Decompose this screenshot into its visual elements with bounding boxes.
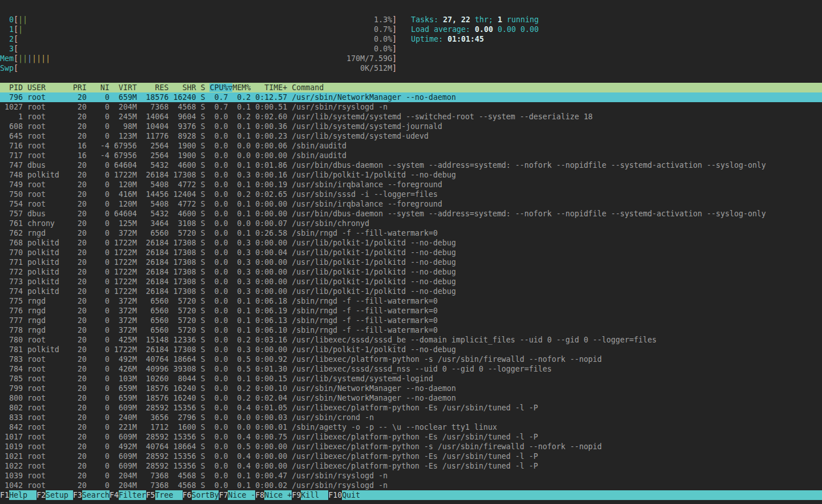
process-row[interactable]: 754 root 20 0 120M 5408 4772 S 0.0 0.1 0… bbox=[0, 199, 822, 209]
mem-cell: 0.1 bbox=[228, 200, 251, 208]
process-row[interactable]: 773 polkitd 20 0 1722M 26184 17308 S 0.0… bbox=[0, 277, 822, 287]
mem-cell: 0.1 bbox=[228, 316, 251, 325]
process-row[interactable]: 778 rngd 20 0 372M 6560 5720 S 0.0 0.1 0… bbox=[0, 325, 822, 335]
process-row[interactable]: 748 polkitd 20 0 1722M 26184 17308 S 0.0… bbox=[0, 170, 822, 180]
process-row[interactable]: 645 root 20 0 123M 11776 8928 S 0.0 0.1 … bbox=[0, 131, 822, 141]
res-cell: 11776 bbox=[137, 132, 169, 140]
process-row[interactable]: 1019 root 20 0 492M 40764 18664 S 0.0 0.… bbox=[0, 442, 822, 451]
process-row[interactable]: 757 dbus 20 0 64604 5432 4600 S 0.0 0.1 … bbox=[0, 209, 822, 219]
process-row[interactable]: 833 root 20 0 240M 3656 2796 S 0.0 0.0 0… bbox=[0, 413, 822, 422]
process-row[interactable]: 774 polkitd 20 0 1722M 26184 17308 S 0.0… bbox=[0, 287, 822, 296]
process-row[interactable]: 802 root 20 0 609M 28592 15356 S 0.0 0.4… bbox=[0, 403, 822, 413]
column-header-pid[interactable]: PID bbox=[0, 83, 23, 92]
state-cell: S bbox=[196, 151, 205, 160]
fn-key-label: F9 bbox=[292, 490, 301, 500]
process-row[interactable]: 776 rngd 20 0 372M 6560 5720 S 0.0 0.1 0… bbox=[0, 306, 822, 316]
res-cell: 2564 bbox=[137, 151, 169, 160]
fn-button-f4[interactable]: F4Filter bbox=[110, 490, 146, 500]
column-header-s[interactable]: S bbox=[196, 83, 205, 92]
process-row[interactable]: 750 root 20 0 416M 14456 12404 S 0.0 0.2… bbox=[0, 189, 822, 199]
column-header-user[interactable]: USER bbox=[27, 83, 73, 92]
column-header-virt[interactable]: VIRT bbox=[110, 83, 137, 92]
fn-key-label: F1 bbox=[0, 490, 9, 500]
pri-cell: 20 bbox=[73, 442, 87, 451]
fn-button-f8[interactable]: F8Nice + bbox=[255, 490, 292, 500]
process-row[interactable]: 800 root 20 0 659M 18576 16240 S 0.0 0.2… bbox=[0, 393, 822, 403]
time-cell: 0:00.00 bbox=[251, 277, 287, 286]
nice-cell: 0 bbox=[87, 229, 110, 237]
command-cell: /usr/libexec/platform-python -s /usr/sbi… bbox=[292, 355, 602, 364]
column-header-shr[interactable]: SHR bbox=[169, 83, 196, 92]
process-row[interactable]: 772 polkitd 20 0 1722M 26184 17308 S 0.0… bbox=[0, 267, 822, 277]
process-row[interactable]: 781 polkitd 20 0 1722M 26184 17308 S 0.0… bbox=[0, 345, 822, 354]
time-cell: 0:00.00 bbox=[251, 462, 287, 470]
fn-button-f10[interactable]: F10Quit bbox=[328, 490, 369, 500]
state-cell: S bbox=[196, 277, 205, 286]
time-cell: 0:00.01 bbox=[251, 423, 287, 432]
process-row-selected[interactable]: 796 root 20 0 659M 18576 16240 S 0.7 0.2… bbox=[0, 92, 822, 102]
fn-button-f9[interactable]: F9Kill bbox=[292, 490, 328, 500]
process-row[interactable]: 1022 root 20 0 609M 28592 15356 S 0.0 0.… bbox=[0, 461, 822, 471]
fn-button-f1[interactable]: F1Help bbox=[0, 490, 37, 500]
user-cell: root bbox=[27, 481, 73, 490]
column-header-cpu-sorted[interactable]: CPU%▽ bbox=[209, 83, 232, 92]
pid-cell: 774 bbox=[0, 287, 23, 296]
pid-cell: 842 bbox=[0, 423, 23, 432]
process-row[interactable]: 770 polkitd 20 0 1722M 26184 17308 S 0.0… bbox=[0, 248, 822, 257]
process-row[interactable]: 1027 root 20 0 204M 7368 4568 S 0.7 0.1 … bbox=[0, 102, 822, 112]
process-row[interactable]: 768 polkitd 20 0 1722M 26184 17308 S 0.0… bbox=[0, 238, 822, 248]
column-header-mem[interactable]: MEM% bbox=[232, 83, 251, 92]
process-row[interactable]: 1 root 20 0 245M 14064 9604 S 0.0 0.2 0:… bbox=[0, 112, 822, 122]
process-row[interactable]: 716 root 16 -4 67956 2564 1900 S 0.0 0.0… bbox=[0, 141, 822, 151]
fn-button-f5[interactable]: F5Tree bbox=[146, 490, 183, 500]
virt-cell: 372M bbox=[110, 316, 137, 325]
fn-button-f3[interactable]: F3Search bbox=[73, 490, 110, 500]
command-cell: /usr/sbin/rsyslogd -n bbox=[292, 481, 388, 490]
process-row[interactable]: 749 root 20 0 120M 5408 4772 S 0.0 0.1 0… bbox=[0, 180, 822, 189]
process-row[interactable]: 747 dbus 20 0 64604 5432 4600 S 0.0 0.1 … bbox=[0, 160, 822, 170]
pid-cell: 1039 bbox=[0, 471, 23, 480]
fn-button-f6[interactable]: F6SortBy bbox=[183, 490, 219, 500]
shr-cell: 4568 bbox=[169, 481, 196, 490]
column-header-time[interactable]: TIME+ bbox=[251, 83, 287, 92]
process-row[interactable]: 1021 root 20 0 609M 28592 15356 S 0.0 0.… bbox=[0, 451, 822, 461]
process-row[interactable]: 1042 root 20 0 204M 7368 4568 S 0.0 0.1 … bbox=[0, 481, 822, 490]
process-row[interactable]: 771 polkitd 20 0 1722M 26184 17308 S 0.0… bbox=[0, 257, 822, 267]
process-row[interactable]: 780 root 20 0 425M 15148 12336 S 0.0 0.2… bbox=[0, 335, 822, 345]
process-row[interactable]: 762 rngd 20 0 372M 6560 5720 S 0.0 0.1 0… bbox=[0, 228, 822, 238]
pri-cell: 20 bbox=[73, 413, 87, 422]
column-header-res[interactable]: RES bbox=[137, 83, 169, 92]
user-cell: chrony bbox=[27, 219, 73, 228]
time-cell: 0:26.58 bbox=[251, 229, 287, 237]
process-row[interactable]: 608 root 20 0 98M 10404 9376 S 0.0 0.1 0… bbox=[0, 122, 822, 131]
process-row[interactable]: 1039 root 20 0 204M 7368 4568 S 0.0 0.1 … bbox=[0, 471, 822, 481]
column-header-command[interactable]: Command bbox=[287, 83, 324, 92]
res-cell: 26184 bbox=[137, 258, 169, 267]
process-row[interactable]: 842 root 20 0 221M 1712 1600 S 0.0 0.0 0… bbox=[0, 422, 822, 432]
command-cell: /usr/sbin/NetworkManager --no-daemon bbox=[292, 394, 456, 402]
column-header-ni[interactable]: NI bbox=[87, 83, 110, 92]
user-cell: polkitd bbox=[27, 268, 73, 276]
fn-button-f7[interactable]: F7Nice - bbox=[219, 490, 255, 500]
meter-close-bracket: ] bbox=[392, 64, 397, 72]
pid-cell: 796 bbox=[0, 93, 23, 102]
process-row[interactable]: 785 root 20 0 103M 10260 8044 S 0.0 0.1 … bbox=[0, 374, 822, 384]
process-row[interactable]: 761 chrony 20 0 125M 3464 3108 S 0.0 0.0… bbox=[0, 219, 822, 228]
process-row[interactable]: 799 root 20 0 659M 18576 16240 S 0.0 0.2… bbox=[0, 384, 822, 393]
process-row[interactable]: 717 root 16 -4 67956 2564 1900 S 0.0 0.0… bbox=[0, 151, 822, 160]
pid-cell: 608 bbox=[0, 122, 23, 131]
nice-cell: 0 bbox=[87, 452, 110, 461]
column-header-pri[interactable]: PRI bbox=[73, 83, 87, 92]
process-row[interactable]: 1017 root 20 0 609M 28592 15356 S 0.0 0.… bbox=[0, 432, 822, 442]
process-row[interactable]: 775 rngd 20 0 372M 6560 5720 S 0.0 0.1 0… bbox=[0, 296, 822, 306]
fn-button-f2[interactable]: F2Setup bbox=[37, 490, 73, 500]
process-row[interactable]: 784 root 20 0 426M 40996 39308 S 0.0 0.5… bbox=[0, 364, 822, 374]
meter-open-bracket: [ bbox=[14, 35, 18, 43]
state-cell: S bbox=[196, 345, 205, 354]
state-cell: S bbox=[196, 132, 205, 140]
user-cell: root bbox=[27, 190, 73, 199]
process-row[interactable]: 777 rngd 20 0 372M 6560 5720 S 0.0 0.1 0… bbox=[0, 316, 822, 325]
time-cell: 0:00.07 bbox=[251, 219, 287, 228]
process-row[interactable]: 783 root 20 0 492M 40764 18664 S 0.0 0.5… bbox=[0, 354, 822, 364]
virt-cell: 659M bbox=[110, 394, 137, 402]
